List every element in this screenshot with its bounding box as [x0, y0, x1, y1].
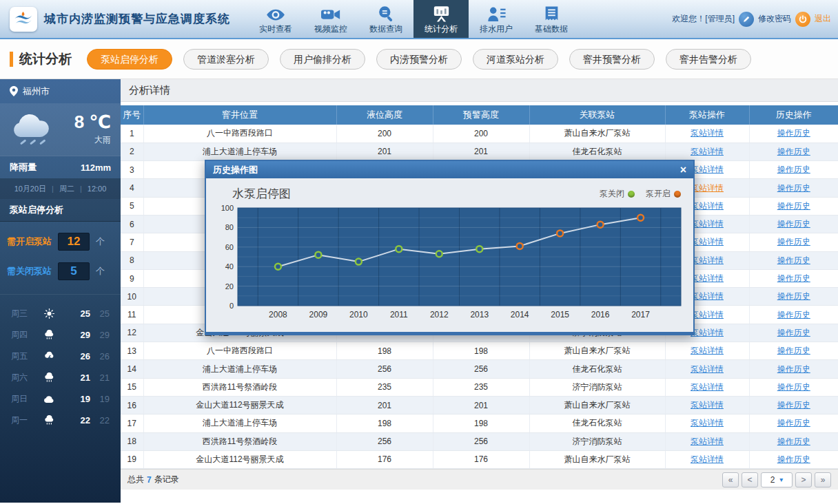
- operation-history-link[interactable]: 操作历史: [777, 328, 810, 337]
- tab-管道淤塞分析[interactable]: 管道淤塞分析: [183, 49, 269, 70]
- pump-detail-link[interactable]: 泵站详情: [691, 128, 724, 138]
- sidebar-section-title: 泵站启停分析: [0, 199, 121, 222]
- pump-detail-link[interactable]: 泵站详情: [691, 165, 724, 174]
- operation-history-link[interactable]: 操作历史: [777, 147, 810, 156]
- cell-no: 6: [121, 215, 143, 233]
- data-point-2008[interactable]: [275, 264, 281, 270]
- pump-detail-link[interactable]: 泵站详情: [691, 454, 724, 464]
- chart-icon: [433, 3, 450, 22]
- operation-history-link[interactable]: 操作历史: [777, 255, 810, 265]
- operation-history-link[interactable]: 操作历史: [777, 310, 810, 319]
- modal-titlebar[interactable]: 历史操作图 ×: [206, 161, 693, 178]
- data-point-2009[interactable]: [315, 252, 321, 258]
- data-point-2013[interactable]: [476, 246, 482, 252]
- pump-detail-link[interactable]: 泵站详情: [691, 437, 724, 446]
- operation-history-link[interactable]: 操作历史: [777, 128, 810, 138]
- change-password-button[interactable]: 修改密码: [758, 13, 791, 25]
- svg-text:2015: 2015: [551, 310, 569, 319]
- cell-warn: 256: [433, 360, 529, 378]
- table-row: 13八一中路西段路口198198萧山自来水厂泵站泵站详情操作历史: [121, 342, 838, 360]
- pump-detail-link[interactable]: 泵站详情: [691, 273, 724, 283]
- chart-title: 水泵启停图: [232, 186, 291, 202]
- svg-text:40: 40: [225, 262, 234, 271]
- weather-now: 8 ℃ 大雨: [0, 103, 121, 156]
- cell-warn: 176: [433, 450, 529, 468]
- nav-item-实时查看[interactable]: 实时查看: [248, 0, 303, 38]
- tab-内涝预警分析[interactable]: 内涝预警分析: [376, 49, 462, 70]
- pump-detail-link[interactable]: 泵站详情: [691, 328, 724, 337]
- data-point-2015[interactable]: [557, 230, 563, 236]
- rain-icon: [39, 372, 59, 383]
- close-icon[interactable]: ×: [680, 165, 686, 176]
- operation-history-link[interactable]: 操作历史: [777, 273, 810, 283]
- operation-history-link[interactable]: 操作历史: [777, 219, 810, 229]
- tab-窨井预警分析[interactable]: 窨井预警分析: [569, 49, 655, 70]
- cell-level: 201: [336, 143, 433, 160]
- cell-level: 256: [336, 360, 433, 378]
- operation-history-link[interactable]: 操作历史: [777, 183, 810, 193]
- tab-河道泵站分析[interactable]: 河道泵站分析: [473, 49, 558, 70]
- pencil-icon[interactable]: [739, 12, 754, 27]
- pump-detail-link[interactable]: 泵站详情: [691, 219, 724, 229]
- pump-detail-link[interactable]: 泵站详情: [691, 346, 724, 355]
- cell-location: 金山大道112号丽景天成: [143, 396, 336, 414]
- pump-detail-link[interactable]: 泵站详情: [691, 291, 724, 301]
- cell-no: 11: [121, 306, 143, 324]
- nav-item-基础数据[interactable]: 基础数据: [524, 0, 579, 38]
- data-point-2017[interactable]: [637, 215, 644, 221]
- tab-用户偷排分析[interactable]: 用户偷排分析: [280, 49, 365, 70]
- operation-history-link[interactable]: 操作历史: [777, 165, 810, 174]
- prev-page-button[interactable]: <: [742, 472, 758, 487]
- data-point-2014[interactable]: [517, 243, 523, 249]
- logout-button[interactable]: 退出: [815, 13, 831, 25]
- pump-detail-link[interactable]: 泵站详情: [691, 183, 724, 193]
- operation-history-link[interactable]: 操作历史: [777, 382, 810, 392]
- pump-detail-link[interactable]: 泵站详情: [691, 147, 724, 156]
- nav-item-排水用户[interactable]: 排水用户: [469, 0, 524, 38]
- stat-unit: 个: [96, 235, 105, 248]
- pump-detail-link[interactable]: 泵站详情: [691, 382, 724, 392]
- operation-history-link[interactable]: 操作历史: [777, 364, 810, 374]
- pump-detail-link[interactable]: 泵站详情: [691, 310, 724, 319]
- operation-history-link[interactable]: 操作历史: [777, 201, 810, 211]
- pump-detail-link[interactable]: 泵站详情: [691, 201, 724, 211]
- data-point-2010[interactable]: [356, 259, 362, 265]
- cell-no: 15: [121, 378, 143, 396]
- data-point-2016[interactable]: [597, 222, 604, 228]
- pump-detail-link[interactable]: 泵站详情: [691, 400, 724, 410]
- search-icon: [378, 3, 394, 22]
- pump-detail-link[interactable]: 泵站详情: [691, 255, 724, 265]
- operation-history-link[interactable]: 操作历史: [777, 237, 810, 246]
- pump-detail-link[interactable]: 泵站详情: [691, 364, 724, 374]
- pagination: « < 2 ▾ > »: [722, 472, 831, 487]
- page-select[interactable]: 2 ▾: [761, 472, 793, 487]
- data-point-2011[interactable]: [396, 246, 402, 252]
- nav-item-label: 数据查询: [369, 23, 402, 35]
- camera-icon: [320, 3, 341, 22]
- nav-item-视频监控[interactable]: 视频监控: [303, 0, 358, 38]
- tab-窨井告警分析[interactable]: 窨井告警分析: [666, 49, 751, 70]
- nav-item-统计分析[interactable]: 统计分析: [413, 0, 469, 38]
- operation-history-link[interactable]: 操作历史: [777, 418, 810, 428]
- cell-level: 201: [336, 396, 433, 414]
- power-icon[interactable]: [795, 12, 810, 27]
- legend-item-closed: 泵关闭: [600, 188, 635, 200]
- operation-history-link[interactable]: 操作历史: [777, 400, 810, 410]
- operation-history-link[interactable]: 操作历史: [777, 454, 810, 464]
- legend-item-open: 泵开启: [646, 188, 681, 200]
- tab-泵站启停分析[interactable]: 泵站启停分析: [87, 49, 172, 70]
- next-page-button[interactable]: >: [795, 472, 812, 487]
- operation-history-link[interactable]: 操作历史: [777, 346, 810, 355]
- time-text: 12:00: [88, 185, 107, 193]
- data-point-2012[interactable]: [436, 251, 442, 257]
- table-row: 14浦上大道浦上停车场256256佳龙石化泵站泵站详情操作历史: [121, 360, 838, 378]
- pump-detail-link[interactable]: 泵站详情: [691, 418, 724, 428]
- pump-detail-link[interactable]: 泵站详情: [691, 237, 724, 246]
- last-page-button[interactable]: »: [815, 472, 831, 487]
- operation-history-link[interactable]: 操作历史: [777, 291, 810, 301]
- welcome-text: 欢迎您！[管理员]: [672, 13, 735, 25]
- first-page-button[interactable]: «: [722, 472, 739, 487]
- nav-item-数据查询[interactable]: 数据查询: [358, 0, 413, 38]
- table-row: 1八一中路西段路口200200萧山自来水厂泵站泵站详情操作历史: [121, 125, 838, 143]
- operation-history-link[interactable]: 操作历史: [777, 437, 810, 446]
